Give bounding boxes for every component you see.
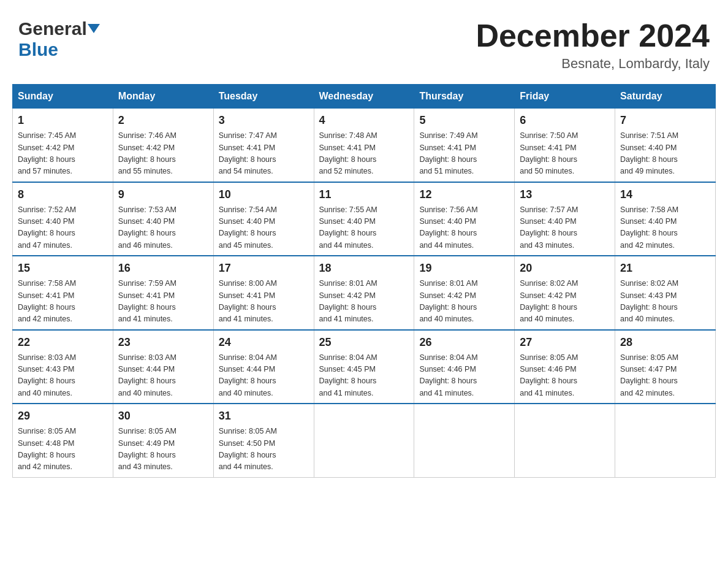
day-info: Sunrise: 8:01 AMSunset: 4:42 PMDaylight:…	[319, 278, 409, 326]
weekday-header-tuesday: Tuesday	[213, 85, 314, 109]
calendar-week-row: 8Sunrise: 7:52 AMSunset: 4:40 PMDaylight…	[13, 182, 716, 256]
day-info: Sunrise: 7:55 AMSunset: 4:40 PMDaylight:…	[319, 204, 409, 252]
day-number: 2	[118, 112, 208, 129]
day-number: 9	[118, 186, 208, 203]
day-info: Sunrise: 7:56 AMSunset: 4:40 PMDaylight:…	[419, 204, 509, 252]
day-info: Sunrise: 7:47 AMSunset: 4:41 PMDaylight:…	[219, 130, 309, 178]
calendar-cell: 9Sunrise: 7:53 AMSunset: 4:40 PMDaylight…	[113, 182, 213, 256]
calendar-cell: 2Sunrise: 7:46 AMSunset: 4:42 PMDaylight…	[113, 109, 213, 182]
day-number: 29	[18, 408, 108, 424]
calendar-cell: 15Sunrise: 7:58 AMSunset: 4:41 PMDayligh…	[13, 256, 113, 330]
day-info: Sunrise: 8:05 AMSunset: 4:50 PMDaylight:…	[219, 426, 309, 473]
calendar-cell: 6Sunrise: 7:50 AMSunset: 4:41 PMDaylight…	[515, 109, 615, 182]
day-info: Sunrise: 7:58 AMSunset: 4:40 PMDaylight:…	[620, 204, 710, 252]
day-number: 11	[319, 186, 409, 203]
weekday-header-monday: Monday	[113, 85, 213, 109]
calendar-week-row: 29Sunrise: 8:05 AMSunset: 4:48 PMDayligh…	[13, 404, 716, 477]
day-info: Sunrise: 7:58 AMSunset: 4:41 PMDaylight:…	[18, 278, 108, 326]
calendar-cell	[414, 404, 515, 477]
day-info: Sunrise: 8:01 AMSunset: 4:42 PMDaylight:…	[419, 278, 509, 326]
calendar-cell: 20Sunrise: 8:02 AMSunset: 4:42 PMDayligh…	[515, 256, 615, 330]
day-number: 15	[18, 260, 108, 277]
logo-blue-text: Blue	[18, 39, 58, 60]
day-number: 8	[18, 186, 108, 203]
calendar-cell: 12Sunrise: 7:56 AMSunset: 4:40 PMDayligh…	[414, 182, 515, 256]
day-info: Sunrise: 8:03 AMSunset: 4:43 PMDaylight:…	[18, 352, 108, 400]
calendar-cell	[615, 404, 716, 477]
calendar-cell: 14Sunrise: 7:58 AMSunset: 4:40 PMDayligh…	[615, 182, 716, 256]
day-info: Sunrise: 8:04 AMSunset: 4:46 PMDaylight:…	[419, 352, 509, 400]
day-number: 26	[419, 334, 509, 351]
day-number: 27	[520, 334, 610, 351]
day-number: 25	[319, 334, 409, 351]
calendar-cell: 23Sunrise: 8:03 AMSunset: 4:44 PMDayligh…	[113, 330, 213, 404]
calendar-cell: 31Sunrise: 8:05 AMSunset: 4:50 PMDayligh…	[213, 404, 314, 477]
calendar-table: SundayMondayTuesdayWednesdayThursdayFrid…	[12, 84, 716, 478]
day-number: 23	[118, 334, 208, 351]
day-info: Sunrise: 7:57 AMSunset: 4:40 PMDaylight:…	[520, 204, 610, 252]
day-info: Sunrise: 8:05 AMSunset: 4:49 PMDaylight:…	[118, 426, 208, 473]
day-number: 31	[219, 408, 309, 424]
day-number: 17	[219, 260, 309, 277]
day-number: 21	[620, 260, 710, 277]
calendar-cell: 30Sunrise: 8:05 AMSunset: 4:49 PMDayligh…	[113, 404, 213, 477]
day-info: Sunrise: 8:05 AMSunset: 4:47 PMDaylight:…	[620, 352, 710, 400]
calendar-cell: 18Sunrise: 8:01 AMSunset: 4:42 PMDayligh…	[314, 256, 414, 330]
day-number: 5	[419, 112, 509, 129]
day-info: Sunrise: 8:02 AMSunset: 4:43 PMDaylight:…	[620, 278, 710, 326]
day-info: Sunrise: 7:51 AMSunset: 4:40 PMDaylight:…	[620, 130, 710, 178]
weekday-header-saturday: Saturday	[615, 85, 716, 109]
calendar-cell: 24Sunrise: 8:04 AMSunset: 4:44 PMDayligh…	[213, 330, 314, 404]
day-number: 13	[520, 186, 610, 203]
day-info: Sunrise: 8:03 AMSunset: 4:44 PMDaylight:…	[118, 352, 208, 400]
day-info: Sunrise: 7:45 AMSunset: 4:42 PMDaylight:…	[18, 130, 108, 178]
day-number: 18	[319, 260, 409, 277]
weekday-header-sunday: Sunday	[13, 85, 113, 109]
day-number: 14	[620, 186, 710, 203]
calendar-cell: 29Sunrise: 8:05 AMSunset: 4:48 PMDayligh…	[13, 404, 113, 477]
day-info: Sunrise: 8:04 AMSunset: 4:45 PMDaylight:…	[319, 352, 409, 400]
calendar-cell: 26Sunrise: 8:04 AMSunset: 4:46 PMDayligh…	[414, 330, 515, 404]
calendar-cell: 28Sunrise: 8:05 AMSunset: 4:47 PMDayligh…	[615, 330, 716, 404]
weekday-header-wednesday: Wednesday	[314, 85, 414, 109]
calendar-week-row: 22Sunrise: 8:03 AMSunset: 4:43 PMDayligh…	[13, 330, 716, 404]
calendar-cell: 5Sunrise: 7:49 AMSunset: 4:41 PMDaylight…	[414, 109, 515, 182]
day-number: 6	[520, 112, 610, 129]
day-number: 30	[118, 408, 208, 424]
calendar-cell: 10Sunrise: 7:54 AMSunset: 4:40 PMDayligh…	[213, 182, 314, 256]
calendar-cell: 16Sunrise: 7:59 AMSunset: 4:41 PMDayligh…	[113, 256, 213, 330]
calendar-cell: 11Sunrise: 7:55 AMSunset: 4:40 PMDayligh…	[314, 182, 414, 256]
weekday-header-row: SundayMondayTuesdayWednesdayThursdayFrid…	[13, 85, 716, 109]
title-section: December 2024 Besnate, Lombardy, Italy	[476, 18, 710, 72]
day-info: Sunrise: 7:59 AMSunset: 4:41 PMDaylight:…	[118, 278, 208, 326]
day-info: Sunrise: 8:00 AMSunset: 4:41 PMDaylight:…	[219, 278, 309, 326]
calendar-week-row: 15Sunrise: 7:58 AMSunset: 4:41 PMDayligh…	[13, 256, 716, 330]
day-info: Sunrise: 7:52 AMSunset: 4:40 PMDaylight:…	[18, 204, 108, 252]
day-number: 3	[219, 112, 309, 129]
calendar-cell: 4Sunrise: 7:48 AMSunset: 4:41 PMDaylight…	[314, 109, 414, 182]
day-number: 7	[620, 112, 710, 129]
calendar-cell: 27Sunrise: 8:05 AMSunset: 4:46 PMDayligh…	[515, 330, 615, 404]
calendar-cell: 13Sunrise: 7:57 AMSunset: 4:40 PMDayligh…	[515, 182, 615, 256]
day-number: 24	[219, 334, 309, 351]
calendar-cell	[515, 404, 615, 477]
logo-general-text: General	[18, 18, 87, 39]
calendar-cell: 1Sunrise: 7:45 AMSunset: 4:42 PMDaylight…	[13, 109, 113, 182]
calendar-week-row: 1Sunrise: 7:45 AMSunset: 4:42 PMDaylight…	[13, 109, 716, 182]
calendar-cell: 7Sunrise: 7:51 AMSunset: 4:40 PMDaylight…	[615, 109, 716, 182]
calendar-cell	[314, 404, 414, 477]
day-number: 12	[419, 186, 509, 203]
day-number: 4	[319, 112, 409, 129]
page-header: General Blue December 2024 Besnate, Lomb…	[12, 12, 716, 72]
day-info: Sunrise: 8:02 AMSunset: 4:42 PMDaylight:…	[520, 278, 610, 326]
day-number: 28	[620, 334, 710, 351]
day-number: 10	[219, 186, 309, 203]
day-info: Sunrise: 7:49 AMSunset: 4:41 PMDaylight:…	[419, 130, 509, 178]
calendar-cell: 3Sunrise: 7:47 AMSunset: 4:41 PMDaylight…	[213, 109, 314, 182]
day-info: Sunrise: 7:50 AMSunset: 4:41 PMDaylight:…	[520, 130, 610, 178]
calendar-cell: 25Sunrise: 8:04 AMSunset: 4:45 PMDayligh…	[314, 330, 414, 404]
day-number: 1	[18, 112, 108, 129]
day-info: Sunrise: 7:48 AMSunset: 4:41 PMDaylight:…	[319, 130, 409, 178]
day-info: Sunrise: 7:54 AMSunset: 4:40 PMDaylight:…	[219, 204, 309, 252]
logo-arrow-icon	[88, 24, 100, 33]
